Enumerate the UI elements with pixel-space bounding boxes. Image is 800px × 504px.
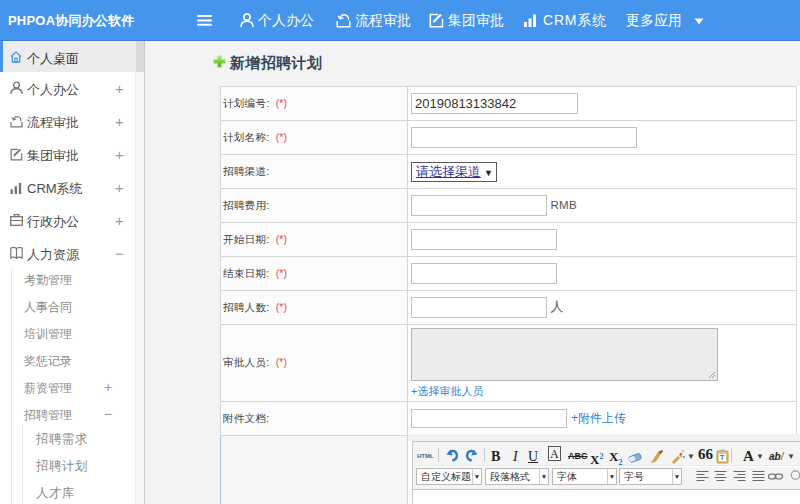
svg-text:T: T (720, 454, 725, 461)
